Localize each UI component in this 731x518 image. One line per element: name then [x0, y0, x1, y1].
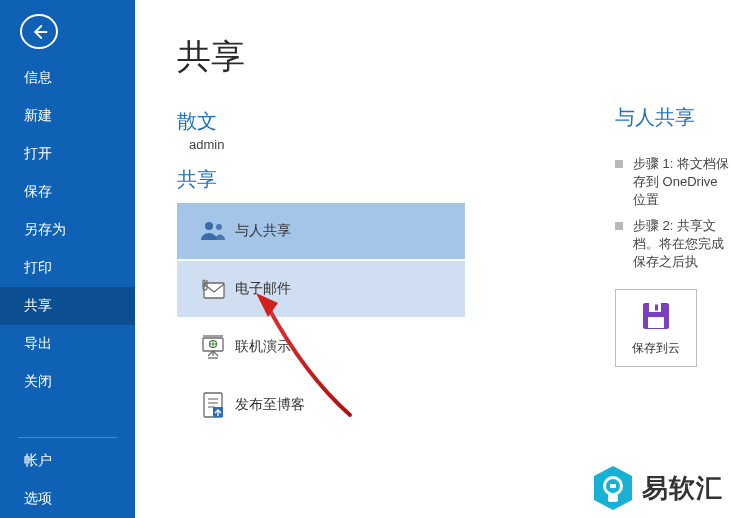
step-2: 步骤 2: 共享文档。将在您完成保存之后执 — [615, 217, 731, 271]
svg-rect-19 — [648, 317, 664, 328]
step-text: 步骤 2: 共享文档。将在您完成保存之后执 — [633, 217, 731, 271]
svg-line-9 — [213, 351, 218, 356]
sidebar-item-label: 打开 — [24, 145, 52, 161]
step-text: 步骤 1: 将文档保存到 OneDrive 位置 — [633, 155, 731, 209]
save-to-cloud-label: 保存到云 — [632, 340, 680, 357]
arrow-left-icon — [30, 23, 48, 41]
bullet-icon — [615, 222, 623, 230]
sidebar-item-label: 打印 — [24, 259, 52, 275]
publish-blog-icon — [191, 391, 235, 419]
sidebar-item-info[interactable]: 信息 — [0, 59, 135, 97]
detail-title: 与人共享 — [615, 104, 731, 131]
sidebar-item-label: 信息 — [24, 69, 52, 85]
share-detail-panel: 与人共享 步骤 1: 将文档保存到 OneDrive 位置 步骤 2: 共享文档… — [615, 104, 731, 367]
save-to-cloud-button[interactable]: 保存到云 — [615, 289, 697, 367]
sidebar-item-label: 选项 — [24, 490, 52, 506]
svg-point-2 — [216, 224, 222, 230]
mail-attach-icon — [191, 277, 235, 301]
share-option-label: 联机演示 — [235, 338, 291, 356]
back-button[interactable] — [20, 14, 58, 49]
svg-rect-18 — [655, 304, 658, 310]
sidebar-item-open[interactable]: 打开 — [0, 135, 135, 173]
sidebar-item-label: 导出 — [24, 335, 52, 351]
sidebar-item-save-as[interactable]: 另存为 — [0, 211, 135, 249]
sidebar-item-label: 另存为 — [24, 221, 66, 237]
save-cloud-icon — [640, 300, 672, 332]
backstage-sidebar: 信息 新建 打开 保存 另存为 打印 共享 导出 关闭 帐户 选项 — [0, 0, 135, 518]
share-option-label: 发布至博客 — [235, 396, 305, 414]
sidebar-item-label: 帐户 — [24, 452, 52, 468]
share-option-publish-blog[interactable]: 发布至博客 — [177, 377, 465, 433]
sidebar-item-label: 关闭 — [24, 373, 52, 389]
people-icon — [191, 220, 235, 242]
share-option-present-online[interactable]: 联机演示 — [177, 319, 465, 375]
backstage-main: 共享 散文 admin 共享 与人共享 电子邮件 联机演示 发布至博 — [135, 0, 731, 518]
share-option-label: 电子邮件 — [235, 280, 291, 298]
sidebar-separator — [18, 437, 117, 438]
sidebar-item-options[interactable]: 选项 — [0, 480, 135, 518]
sidebar-item-label: 新建 — [24, 107, 52, 123]
step-1: 步骤 1: 将文档保存到 OneDrive 位置 — [615, 155, 731, 209]
present-online-icon — [191, 334, 235, 360]
sidebar-item-save[interactable]: 保存 — [0, 173, 135, 211]
sidebar-item-print[interactable]: 打印 — [0, 249, 135, 287]
sidebar-item-label: 共享 — [24, 297, 52, 313]
svg-point-1 — [205, 222, 213, 230]
sidebar-item-account[interactable]: 帐户 — [0, 442, 135, 480]
share-option-label: 与人共享 — [235, 222, 291, 240]
sidebar-item-share[interactable]: 共享 — [0, 287, 135, 325]
page-title: 共享 — [177, 34, 731, 80]
sidebar-item-label: 保存 — [24, 183, 52, 199]
sidebar-item-close[interactable]: 关闭 — [0, 363, 135, 401]
svg-line-8 — [208, 351, 213, 356]
sidebar-item-export[interactable]: 导出 — [0, 325, 135, 363]
share-options-list: 与人共享 电子邮件 联机演示 发布至博客 — [177, 203, 465, 433]
share-option-email[interactable]: 电子邮件 — [177, 261, 465, 317]
share-option-people[interactable]: 与人共享 — [177, 203, 465, 259]
sidebar-item-new[interactable]: 新建 — [0, 97, 135, 135]
bullet-icon — [615, 160, 623, 168]
